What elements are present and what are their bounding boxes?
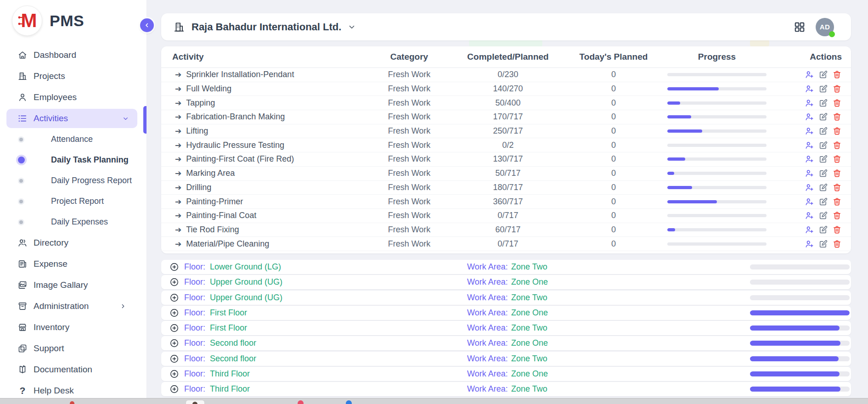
edit-button[interactable] <box>818 70 828 79</box>
category-cell: Fresh Work <box>363 168 455 178</box>
app-logo[interactable]: M PMS <box>12 6 84 36</box>
sidebar-item-employees[interactable]: Employees <box>0 87 147 108</box>
floor-label: Floor: <box>184 338 210 348</box>
edit-button[interactable] <box>818 225 828 235</box>
activity-name: Fabrication-Branch Making <box>186 112 285 122</box>
floor-label: Floor: <box>184 277 210 287</box>
assign-user-button[interactable] <box>805 140 814 150</box>
sidebar-collapse-button[interactable] <box>140 18 154 32</box>
delete-button[interactable] <box>832 70 842 79</box>
activity-name: Hydraulic Pressure Testing <box>186 140 284 150</box>
apps-grid-icon[interactable] <box>794 21 806 33</box>
activity-name: Painting-First Coat (Fire Red) <box>186 154 294 164</box>
floor-progress-track <box>750 387 850 392</box>
assign-user-button[interactable] <box>805 168 814 178</box>
delete-button[interactable] <box>832 168 842 178</box>
progress-bar-track <box>667 115 767 118</box>
assign-user-button[interactable] <box>805 239 814 249</box>
sidebar-item-inventory[interactable]: Inventory <box>0 317 147 338</box>
delete-button[interactable] <box>832 126 842 136</box>
receipt-icon <box>17 259 28 269</box>
edit-button[interactable] <box>818 126 828 136</box>
sidebar-subitem-project-report[interactable]: Project Report <box>0 191 147 212</box>
sidebar-subitem-attendance[interactable]: Attendance <box>0 129 147 150</box>
assign-user-button[interactable] <box>805 154 814 164</box>
assign-user-button[interactable] <box>805 84 814 94</box>
edit-button[interactable] <box>818 239 828 249</box>
todays-planned-cell: 0 <box>561 98 666 108</box>
person-plus-icon <box>805 183 814 192</box>
edit-button[interactable] <box>818 183 828 192</box>
sidebar-subitem-daily-expenses[interactable]: Daily Expenses <box>0 212 147 232</box>
taskbar-app-icon[interactable] <box>298 400 304 404</box>
actions-cell <box>767 239 851 249</box>
edit-button[interactable] <box>818 98 828 108</box>
table-row: ➔ Tapping Fresh Work 50/400 0 <box>161 96 851 110</box>
taskbar-app-button[interactable] <box>186 400 205 404</box>
edit-button[interactable] <box>818 84 828 94</box>
expand-floor-button[interactable] <box>169 323 179 333</box>
expand-floor-button[interactable] <box>169 308 179 318</box>
assign-user-button[interactable] <box>805 112 814 122</box>
expand-floor-button[interactable] <box>169 384 179 394</box>
progress-bar-track <box>667 172 767 175</box>
edit-button[interactable] <box>818 140 828 150</box>
sidebar-subitem-label: Daily Progress Report <box>51 176 132 185</box>
expand-floor-button[interactable] <box>169 338 179 348</box>
assign-user-button[interactable] <box>805 98 814 108</box>
sidebar-subitem-daily-progress-report[interactable]: Daily Progress Report <box>0 170 147 191</box>
edit-button[interactable] <box>818 168 828 178</box>
expand-floor-button[interactable] <box>169 262 179 272</box>
taskbar-app-icon[interactable] <box>70 401 74 404</box>
expand-floor-button[interactable] <box>169 277 179 287</box>
edit-button[interactable] <box>818 154 828 164</box>
sidebar-item-dashboard[interactable]: Dashboard <box>0 45 147 66</box>
delete-button[interactable] <box>832 239 842 249</box>
delete-button[interactable] <box>832 211 842 220</box>
work-area-value: Zone One <box>511 338 750 348</box>
assign-user-button[interactable] <box>805 211 814 220</box>
progress-bar-track <box>667 144 767 147</box>
category-cell: Fresh Work <box>363 126 455 136</box>
table-body: ➔ Sprinkler Installation-Pendant Fresh W… <box>161 68 851 251</box>
trash-icon <box>832 225 842 235</box>
edit-button[interactable] <box>818 211 828 220</box>
taskbar-app-icon[interactable] <box>346 400 352 404</box>
expand-floor-button[interactable] <box>169 354 179 364</box>
column-header-category: Category <box>363 52 455 62</box>
delete-button[interactable] <box>832 183 842 192</box>
user-avatar[interactable]: AD <box>816 18 834 36</box>
floor-value: Third Floor <box>210 369 467 379</box>
todays-planned-cell: 0 <box>561 168 666 178</box>
sidebar-item-directory[interactable]: Directory <box>0 232 147 253</box>
edit-button[interactable] <box>818 112 828 122</box>
assign-user-button[interactable] <box>805 225 814 235</box>
assign-user-button[interactable] <box>805 126 814 136</box>
assign-user-button[interactable] <box>805 70 814 79</box>
sidebar-item-documentation[interactable]: Documentation <box>0 359 147 380</box>
sidebar-item-image-gallery[interactable]: Image Gallary <box>0 275 147 296</box>
delete-button[interactable] <box>832 140 842 150</box>
assign-user-button[interactable] <box>805 197 814 207</box>
sidebar-item-activities[interactable]: Activities <box>6 109 137 128</box>
company-selector[interactable]: Raja Bahadur International Ltd. <box>173 21 356 33</box>
delete-button[interactable] <box>832 225 842 235</box>
sidebar-item-projects[interactable]: Projects <box>0 66 147 87</box>
sidebar-subitem-daily-task-planning[interactable]: Daily Task Planning <box>0 150 147 170</box>
sidebar-item-expense[interactable]: Expense <box>0 253 147 275</box>
delete-button[interactable] <box>832 197 842 207</box>
delete-button[interactable] <box>832 154 842 164</box>
sidebar-item-administration[interactable]: Administration <box>0 296 147 317</box>
floor-progress-track <box>750 325 850 331</box>
todays-planned-cell: 0 <box>561 112 666 122</box>
delete-button[interactable] <box>832 112 842 122</box>
expand-floor-button[interactable] <box>169 293 179 303</box>
expand-floor-button[interactable] <box>169 369 179 379</box>
edit-button[interactable] <box>818 197 828 207</box>
sidebar-item-support[interactable]: Support <box>0 338 147 359</box>
delete-button[interactable] <box>832 98 842 108</box>
todays-planned-cell: 0 <box>561 225 666 235</box>
assign-user-button[interactable] <box>805 183 814 192</box>
actions-cell <box>767 154 851 164</box>
delete-button[interactable] <box>832 84 842 94</box>
